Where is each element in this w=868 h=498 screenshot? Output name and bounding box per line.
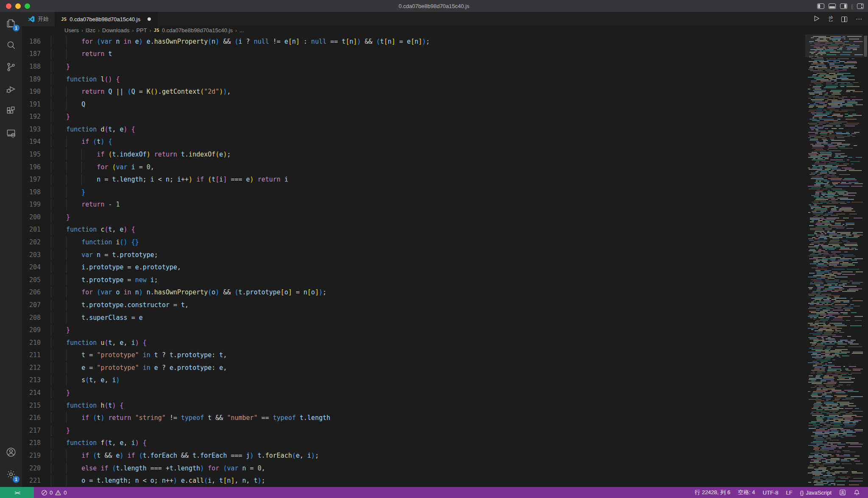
scrollbar-thumb[interactable] xyxy=(864,36,867,57)
line-number[interactable]: 202 xyxy=(22,238,51,246)
line-number[interactable]: 216 xyxy=(22,414,51,422)
settings-badge: 1 xyxy=(13,476,19,483)
indent-guide xyxy=(51,199,51,210)
settings-gear-icon[interactable]: 1 xyxy=(0,463,22,485)
indent-guide xyxy=(66,149,67,160)
split-editor-icon[interactable] xyxy=(841,17,847,22)
line-number[interactable]: 197 xyxy=(22,176,51,183)
customize-layout-icon[interactable] xyxy=(857,3,864,9)
minimize-window-button[interactable] xyxy=(15,3,21,9)
toggle-panel-icon[interactable] xyxy=(829,3,836,9)
cursor-position[interactable]: 行 22428, 列 6 xyxy=(691,487,734,498)
line-number[interactable]: 195 xyxy=(22,151,51,158)
problems-status[interactable]: 0 0 xyxy=(37,487,70,498)
line-number[interactable]: 220 xyxy=(22,464,51,472)
line-number[interactable]: 189 xyxy=(22,76,51,83)
line-number[interactable]: 199 xyxy=(22,201,51,208)
indent-guide xyxy=(66,412,67,423)
line-number[interactable]: 201 xyxy=(22,226,51,233)
eol-status[interactable]: LF xyxy=(782,487,796,498)
indent-guide xyxy=(66,249,67,260)
tab-welcome[interactable]: 开始 xyxy=(22,12,55,26)
code-area[interactable]: 186for (var n in e) e.hasOwnProperty(n) … xyxy=(22,34,805,487)
line-number[interactable]: 186 xyxy=(22,38,51,45)
word-wrap-icon[interactable]: abc↵ xyxy=(829,16,833,22)
sidebar-item-remote-explorer[interactable] xyxy=(0,122,22,144)
indent-guide xyxy=(66,199,67,210)
breadcrumb-item[interactable]: Users xyxy=(64,27,79,34)
line-number[interactable]: 219 xyxy=(22,452,51,459)
line-number[interactable]: 208 xyxy=(22,314,51,322)
line-number[interactable]: 194 xyxy=(22,138,51,145)
close-window-button[interactable] xyxy=(6,3,11,9)
language-mode[interactable]: {} JavaScript xyxy=(796,487,835,498)
line-number[interactable]: 211 xyxy=(22,351,51,359)
toggle-sidebar-right-icon[interactable] xyxy=(840,3,847,9)
code-line: 218function f(t, e, i) { xyxy=(22,437,805,450)
line-number[interactable]: 218 xyxy=(22,439,51,447)
line-number[interactable]: 190 xyxy=(22,88,51,95)
breadcrumb-separator: › xyxy=(132,28,134,34)
sidebar-item-run-debug[interactable] xyxy=(0,78,22,100)
breadcrumb-item[interactable]: Downloads xyxy=(102,27,129,34)
sidebar-item-source-control[interactable] xyxy=(0,56,22,78)
line-number[interactable]: 213 xyxy=(22,376,51,384)
line-number[interactable]: 217 xyxy=(22,427,51,434)
maximize-window-button[interactable] xyxy=(25,3,30,9)
line-number[interactable]: 207 xyxy=(22,301,51,309)
line-number[interactable]: 196 xyxy=(22,163,51,171)
code-line: 205t.prototype = new i; xyxy=(22,274,805,286)
line-number[interactable]: 188 xyxy=(22,63,51,70)
search-icon xyxy=(6,39,17,50)
line-number[interactable]: 203 xyxy=(22,251,51,259)
code-line: 206for (var o in n) n.hasOwnProperty(o) … xyxy=(22,286,805,299)
indent-guide xyxy=(51,412,51,423)
status-bar: >< 0 0 行 22428, 列 6 空格: 4 UTF-8 LF {} Ja… xyxy=(0,487,868,498)
line-number[interactable]: 204 xyxy=(22,263,51,271)
error-icon xyxy=(41,490,47,496)
breadcrumb-item-file[interactable]: 0.cda07be8b98d70a15c40.js xyxy=(162,27,233,34)
more-actions-icon[interactable]: ⋯ xyxy=(856,15,862,23)
line-number[interactable]: 192 xyxy=(22,113,51,120)
sidebar-item-search[interactable] xyxy=(0,34,22,56)
code-text: for (var n in e) e.hasOwnProperty(n) && … xyxy=(51,38,430,45)
line-number[interactable]: 206 xyxy=(22,288,51,296)
line-number[interactable]: 200 xyxy=(22,213,51,221)
tab-active-file[interactable]: JS 0.cda07be8b98d70a15c40.js xyxy=(55,12,157,26)
code-line: 210function u(t, e, i) { xyxy=(22,336,805,349)
toggle-sidebar-left-icon[interactable] xyxy=(817,3,824,9)
feedback-icon[interactable] xyxy=(835,487,850,498)
accounts-icon[interactable] xyxy=(0,441,22,463)
indent-guide xyxy=(51,375,51,386)
indent-guide xyxy=(66,174,67,185)
breadcrumb-item[interactable]: PPT xyxy=(136,27,147,34)
indent-guide xyxy=(51,299,51,311)
code-text: return - 1 xyxy=(51,201,120,208)
sidebar-item-explorer[interactable]: 1 xyxy=(0,12,22,34)
code-text: if (t) { xyxy=(51,138,112,145)
line-number[interactable]: 215 xyxy=(22,402,51,409)
line-number[interactable]: 212 xyxy=(22,364,51,372)
breadcrumb-item[interactable]: l3zc xyxy=(86,27,95,34)
indent-guide xyxy=(81,174,82,185)
line-number[interactable]: 187 xyxy=(22,50,51,58)
notifications-bell-icon[interactable] xyxy=(850,487,864,498)
sidebar-item-extensions[interactable] xyxy=(0,100,22,122)
remote-indicator[interactable]: >< xyxy=(0,487,34,498)
indentation-status[interactable]: 空格: 4 xyxy=(734,487,759,498)
line-number[interactable]: 193 xyxy=(22,126,51,133)
code-line: 191Q xyxy=(22,98,805,111)
line-number[interactable]: 209 xyxy=(22,326,51,334)
run-file-icon[interactable] xyxy=(813,15,820,23)
line-number[interactable]: 205 xyxy=(22,276,51,284)
line-number[interactable]: 198 xyxy=(22,188,51,196)
line-number[interactable]: 214 xyxy=(22,389,51,397)
minimap[interactable] xyxy=(805,34,863,487)
encoding-status[interactable]: UTF-8 xyxy=(759,487,782,498)
modified-dot-icon[interactable] xyxy=(147,17,151,21)
line-number[interactable]: 191 xyxy=(22,101,51,108)
line-number[interactable]: 221 xyxy=(22,477,51,484)
breadcrumb-item-symbol[interactable]: ... xyxy=(239,27,244,34)
line-number[interactable]: 210 xyxy=(22,339,51,347)
vertical-scrollbar[interactable] xyxy=(863,34,868,487)
